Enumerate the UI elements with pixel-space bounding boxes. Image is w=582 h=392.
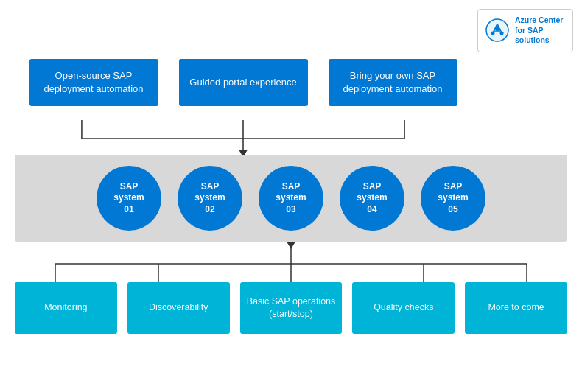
svg-point-3 bbox=[500, 32, 504, 35]
azure-badge-text: Azure Centerfor SAPsolutions bbox=[515, 15, 563, 46]
bottom-box-basic-sap-ops: Basic SAP operations (start/stop) bbox=[240, 282, 343, 334]
gray-band: SAPsystem01 SAPsystem02 SAPsystem03 SAPs… bbox=[15, 155, 567, 242]
top-boxes-row: Open-source SAP deployment automation Gu… bbox=[15, 59, 471, 106]
bottom-boxes-row: Monitoring Discoverability Basic SAP ope… bbox=[15, 282, 567, 334]
connectors-bottom bbox=[15, 242, 567, 284]
top-box-open-source: Open-source SAP deployment automation bbox=[29, 59, 158, 106]
sap-system-05: SAPsystem05 bbox=[421, 166, 485, 231]
sap-system-01: SAPsystem01 bbox=[97, 166, 161, 231]
svg-point-1 bbox=[495, 27, 499, 31]
sap-system-02: SAPsystem02 bbox=[178, 166, 242, 231]
svg-point-2 bbox=[491, 32, 495, 35]
sap-system-04: SAPsystem04 bbox=[340, 166, 404, 231]
azure-logo-icon bbox=[485, 18, 509, 42]
sap-system-03: SAPsystem03 bbox=[259, 166, 323, 231]
bottom-box-quality-checks: Quality checks bbox=[352, 282, 455, 334]
top-box-guided-portal: Guided portal experience bbox=[179, 59, 308, 106]
connectors-top bbox=[15, 120, 471, 157]
bottom-box-monitoring: Monitoring bbox=[15, 282, 117, 334]
azure-badge: Azure Centerfor SAPsolutions bbox=[477, 9, 573, 52]
bottom-box-more-to-come: More to come bbox=[465, 282, 567, 334]
bottom-box-discoverability: Discoverability bbox=[127, 282, 230, 334]
top-box-bring-your-own: Bring your own SAP deployment automation bbox=[329, 59, 457, 106]
